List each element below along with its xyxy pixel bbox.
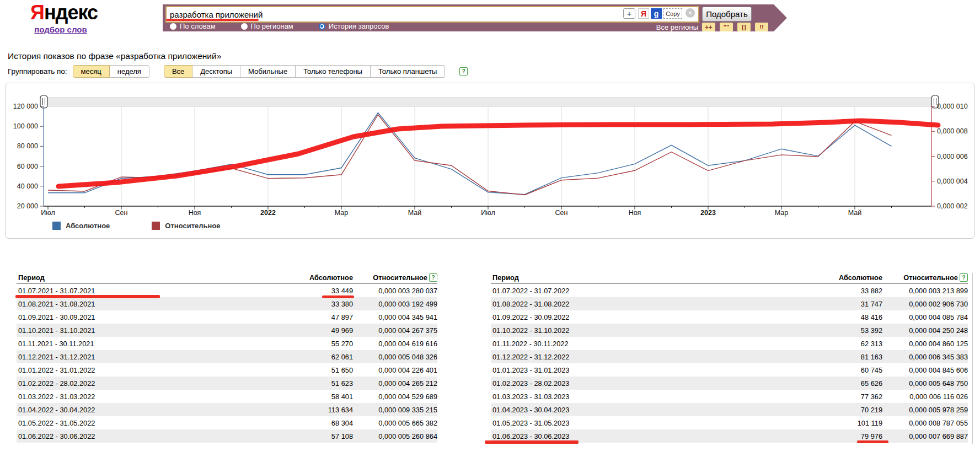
relative-cell: 0,000 005 648 750 (882, 379, 968, 388)
period-cell: 01.01.2022 - 31.01.2022 (17, 366, 259, 374)
relative-cell: 0,000 003 213 899 (882, 287, 968, 295)
col-header-period: Период (491, 273, 789, 282)
history-chart-panel: ИюлСенНоя2022МарМайИюлСенНоя2023МарМай12… (6, 83, 974, 239)
relative-cell: 0,000 004 845 606 (882, 366, 968, 374)
chart-canvas: ИюлСенНоя2022МарМайИюлСенНоя2023МарМай12… (6, 83, 973, 218)
absolute-cell: 101 119 (789, 419, 882, 427)
absolute-cell: 48 416 (789, 313, 882, 321)
radio-unselected-icon[interactable] (241, 23, 248, 30)
device-filter-десктопы[interactable]: Десктопы (192, 65, 240, 78)
relative-cell: 0,000 006 345 383 (882, 353, 968, 361)
operator-button-1[interactable]: "" (720, 23, 733, 31)
search-mode-radio-1[interactable]: По регионам (241, 22, 293, 30)
table-row: 01.11.2022 - 30.11.202262 3130,000 004 8… (491, 337, 968, 350)
wordstat-home-link[interactable]: подбор слов (34, 25, 87, 34)
query-operator-buttons: ++""[]!! (702, 23, 768, 31)
table-row: 01.06.2022 - 30.06.202257 1080,000 005 2… (17, 429, 437, 443)
period-cell: 01.03.2023 - 31.03.2023 (491, 393, 789, 401)
period-toggle-group: месяцнеделя (73, 65, 149, 78)
x-axis-label: 2023 (700, 209, 716, 217)
table-right-border (972, 273, 973, 444)
table-row: 01.05.2023 - 31.05.2023101 1190,000 008 … (491, 416, 968, 429)
operator-button-2[interactable]: [] (737, 23, 751, 31)
yandex-logo-text[interactable]: Яндекс (30, 1, 91, 24)
absolute-cell: 49 969 (259, 326, 353, 335)
absolute-cell: 62 061 (259, 353, 353, 361)
table-row: 01.12.2021 - 31.12.202162 0610,000 005 0… (17, 350, 437, 363)
clear-input-icon[interactable]: ✕ (686, 8, 695, 18)
period-cell: 01.02.2023 - 28.02.2023 (491, 379, 789, 388)
absolute-cell: 58 401 (259, 393, 353, 401)
table-row: 01.03.2022 - 31.03.202258 4010,000 004 5… (17, 390, 437, 403)
absolute-cell: 79 976 (789, 432, 882, 440)
table-row: 01.08.2021 - 31.08.202133 3800,000 003 1… (17, 297, 437, 310)
yandex-search-icon[interactable]: Я (638, 8, 649, 19)
right-axis-label: 0,000 008 (937, 127, 968, 135)
period-cell: 01.03.2022 - 31.03.2022 (17, 393, 259, 401)
submit-search-button[interactable]: Подобрать (702, 7, 752, 21)
device-filter-все[interactable]: Все (164, 65, 192, 78)
search-mode-radio-2[interactable]: История запросов (319, 22, 389, 30)
help-icon[interactable]: ? (960, 273, 968, 282)
relative-cell: 0,000 005 260 864 (353, 432, 437, 440)
absolute-cell: 62 313 (789, 340, 882, 348)
absolute-cell: 33 882 (789, 287, 882, 295)
device-filter-только-планшеты[interactable]: Только планшеты (371, 65, 445, 78)
relative-cell: 0,000 004 529 689 (353, 393, 437, 401)
left-axis-label: 80 000 (17, 142, 38, 150)
table-header-row: ПериодАбсолютноеОтносительное? (17, 271, 437, 284)
period-cell: 01.02.2022 - 28.02.2022 (17, 379, 259, 388)
device-filter-мобильные[interactable]: Мобильные (240, 65, 296, 78)
radio-label: История запросов (329, 22, 389, 30)
operator-button-3[interactable]: !! (755, 23, 768, 31)
col-header-relative: Относительное? (882, 273, 968, 282)
copy-button[interactable]: Copy (663, 8, 682, 19)
help-icon[interactable]: ? (429, 273, 437, 282)
x-axis-label: Сен (555, 209, 568, 217)
device-toggle-group: ВсеДесктопыМобильныеТолько телефоныТольк… (164, 65, 445, 78)
range-slider-track[interactable] (44, 98, 935, 106)
x-axis-label: Ноя (629, 209, 641, 217)
relative-cell: 0,000 004 265 212 (353, 379, 437, 388)
left-axis-label: 100 000 (13, 122, 38, 130)
col-header-period: Период (17, 273, 259, 282)
period-cell: 01.09.2021 - 30.09.2021 (17, 313, 259, 321)
group-by-месяц[interactable]: месяц (73, 65, 110, 78)
x-axis-label: Сен (115, 209, 128, 217)
period-cell: 01.05.2023 - 31.05.2023 (491, 419, 789, 427)
red-underline-annotation-period-last (485, 440, 579, 444)
yandex-logo: Яндекс подбор слов (30, 1, 91, 35)
legend-label: Абсолютное (66, 222, 110, 230)
right-axis-label: 0,000 002 (937, 202, 968, 210)
col-header-absolute: Абсолютное (259, 273, 353, 282)
search-mode-radio-0[interactable]: По словам (170, 22, 216, 30)
device-filter-только-телефоны[interactable]: Только телефоны (296, 65, 371, 78)
red-underline-annotation-abs-last (857, 440, 888, 443)
red-underline-annotation-search (166, 19, 259, 21)
radio-selected-icon[interactable] (319, 23, 325, 30)
relative-cell: 0,000 005 048 326 (353, 353, 437, 361)
period-cell: 01.12.2022 - 31.12.2022 (491, 353, 789, 361)
left-axis-label: 20 000 (17, 202, 38, 210)
group-by-неделя[interactable]: неделя (110, 65, 149, 78)
help-icon[interactable]: ? (459, 67, 468, 76)
relative-cell: 0,000 004 619 616 (353, 340, 437, 348)
add-query-button[interactable]: + (623, 8, 635, 19)
table-row: 01.02.2023 - 28.02.202365 6260,000 005 6… (491, 377, 968, 390)
absolute-cell: 77 362 (789, 393, 882, 401)
table-row: 01.09.2022 - 30.09.202248 4160,000 004 0… (491, 310, 968, 324)
relative-cell: 0,000 004 226 401 (353, 366, 437, 374)
red-underline-annotation-period-first (15, 295, 160, 298)
right-axis-label: 0,000 006 (937, 153, 968, 160)
period-cell: 01.04.2022 - 30.04.2022 (17, 406, 259, 414)
operator-button-0[interactable]: ++ (702, 23, 715, 31)
google-search-icon[interactable]: g (651, 8, 662, 19)
radio-unselected-icon[interactable] (170, 23, 176, 30)
chart-legend: АбсолютноеОтносительное (52, 222, 221, 230)
period-cell: 01.09.2022 - 30.09.2022 (491, 313, 789, 321)
logo-letter-ya: Я (30, 1, 44, 24)
left-axis-label: 40 000 (17, 182, 38, 190)
all-regions-link[interactable]: Все регионы (656, 23, 698, 32)
absolute-cell: 51 623 (259, 379, 353, 388)
table-row: 01.11.2021 - 30.11.202155 2700,000 004 6… (17, 337, 437, 350)
